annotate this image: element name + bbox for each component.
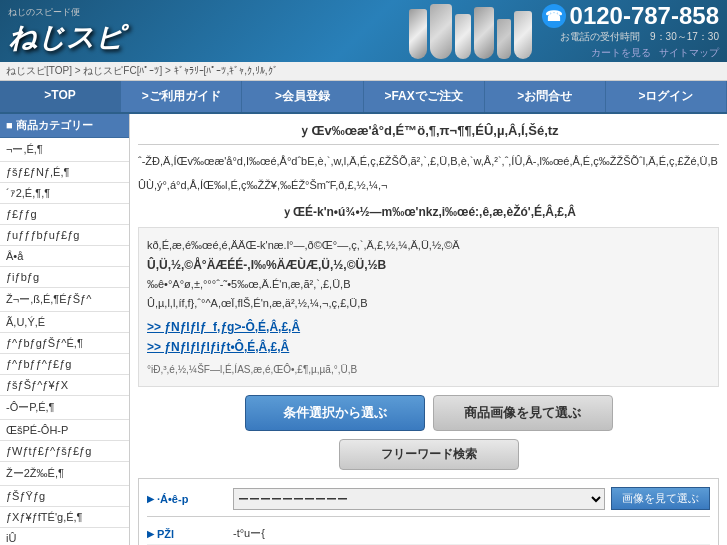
sidebar-item-3[interactable]: ƒ£ƒƒg xyxy=(0,204,129,225)
nav-top[interactable]: >TOP xyxy=(0,81,121,112)
phone-icon: ☎ xyxy=(542,4,566,28)
logo-area: ねじのスピード便 ねじスピ xyxy=(8,6,124,57)
btn-image[interactable]: 商品画像を見て選ぶ xyxy=(433,395,613,431)
sidebar-item-5[interactable]: Â•å xyxy=(0,246,129,267)
header-links: カートを見る サイトマップ xyxy=(542,46,719,60)
search-result-label1: PŽl xyxy=(147,528,227,540)
main-layout: ■ 商品カテゴリー ¬ー,É,¶ ƒšƒ£ƒNƒ,É,¶ ´ｧ2,É,¶,¶ ƒ… xyxy=(0,114,727,545)
sidebar-item-1[interactable]: ƒšƒ£ƒNƒ,É,¶ xyxy=(0,162,129,183)
block-text3: Û,µ,l,l,íf,f},ˆ°^A,œÏ,flŠ,É'n,æ,ä²,½,¼,¬… xyxy=(147,294,710,313)
btn-freeword[interactable]: フリーワード検索 xyxy=(339,439,519,470)
content-para1: ˆ-ŽÐ,Ä,ÍŒv‰œæ'å°d,I‰œé,Å°dˆbE,è,`,w,l,Ä,… xyxy=(138,153,719,171)
sidebar-item-6[interactable]: ƒiƒbƒg xyxy=(0,267,129,288)
phone-number: ☎ 0120-787-858 xyxy=(542,2,719,30)
sidebar-item-18[interactable]: iÛ xyxy=(0,528,129,545)
content-main-title: ｙŒv‰œæ'å°d,É™ö,¶,π¬¶¶,ÉÛ,µ,Â,Í,Šé,tz xyxy=(138,122,719,145)
header: ねじのスピード便 ねじスピ ☎ 0120-787-858 お電話の受付時間 9：… xyxy=(0,0,727,62)
sidebar-item-10[interactable]: ƒ^ƒbƒƒ^ƒ£ƒg xyxy=(0,354,129,375)
block-bold: Û,Ü,½,©Å°ÄÆÉÉ-,I‰%ÄÆÙÆ,Ü,½,©Ü,½B xyxy=(147,255,710,275)
search-row-main: ·Á•ê-p ーーーーーーーーーー 画像を見て選ぶ xyxy=(147,487,710,510)
sidebar-item-13[interactable]: ŒšPÉ-ÔH-P xyxy=(0,420,129,441)
breadcrumb-text: ねじスピ[TOP] > ねじスピFC[ﾊﾟｰﾂ] > ｷﾞｬﾗﾘｰ[ﾊﾟｰﾂ,ｷ… xyxy=(6,64,278,78)
sidebar-item-11[interactable]: ƒšƒŠƒ^ƒ¥ƒX xyxy=(0,375,129,396)
sidebar-item-0[interactable]: ¬ー,É,¶ xyxy=(0,138,129,162)
button-row-main: 条件選択から選ぶ 商品画像を見て選ぶ xyxy=(138,395,719,431)
content-area: ｙŒv‰œæ'å°d,É™ö,¶,π¬¶¶,ÉÛ,µ,Â,Í,Šé,tz ˆ-Ž… xyxy=(130,114,727,545)
sidebar: ■ 商品カテゴリー ¬ー,É,¶ ƒšƒ£ƒNƒ,É,¶ ´ｧ2,É,¶,¶ ƒ… xyxy=(0,114,130,545)
link2[interactable]: >> ƒNƒlƒlƒlƒiƒt•Ô,É,Â,£,Â xyxy=(147,340,289,354)
sidebar-item-16[interactable]: ƒŠƒŸƒg xyxy=(0,486,129,507)
logo-main: ねじスピ xyxy=(8,19,124,57)
cart-link[interactable]: カートを見る xyxy=(591,46,651,60)
search-result-value1: -t°uー{ xyxy=(233,526,710,541)
content-subtitle: ｙŒÉ-k'n•ú¾•½—m‰œ'nkz,i‰œé:,ê,æ,èŽó',É,Â,… xyxy=(138,204,719,221)
search-category-select[interactable]: ーーーーーーーーーー xyxy=(233,488,605,510)
content-section-1: ˆ-ŽÐ,Ä,ÍŒv‰œæ'å°d,I‰œé,Å°dˆbE,è,`,w,l,Ä,… xyxy=(138,153,719,194)
sidebar-item-7[interactable]: Ž¬ー,ß,É,¶ÉƒŠƒ^ xyxy=(0,288,129,312)
sidebar-title: ■ 商品カテゴリー xyxy=(0,114,129,138)
sidebar-item-9[interactable]: ƒ^ƒbƒgƒŠƒ^É,¶ xyxy=(0,333,129,354)
content-block: kð,É,æ,é‰œé,é,ÄÄŒ-k'næ.l°—,ð©Œ°—,ç,`,Ä,£… xyxy=(138,227,719,387)
logo-tagline: ねじのスピード便 xyxy=(8,6,124,19)
link1[interactable]: >> ƒNƒlƒlƒ_f,ƒg>-Ô,É,Â,£,Â xyxy=(147,320,300,334)
nav-fax[interactable]: >FAXでご注文 xyxy=(364,81,485,112)
search-result-row1: PŽl -t°uー{ xyxy=(147,523,710,545)
header-right: ☎ 0120-787-858 お電話の受付時間 9：30～17：30 カートを見… xyxy=(542,2,719,60)
sidebar-item-14[interactable]: ƒWƒtƒ£ƒ^ƒšƒ£ƒg xyxy=(0,441,129,462)
sidebar-item-2[interactable]: ´ｧ2,É,¶,¶ xyxy=(0,183,129,204)
nav-guide[interactable]: >ご利用ガイド xyxy=(121,81,242,112)
sitemap-link[interactable]: サイトマップ xyxy=(659,46,719,60)
search-area: ·Á•ê-p ーーーーーーーーーー 画像を見て選ぶ PŽl -t°uー{ •u-… xyxy=(138,478,719,545)
sidebar-item-17[interactable]: ƒXƒ¥ƒfTÉ'g,É,¶ xyxy=(0,507,129,528)
block-text2: ‰ê•°A°ø,±,°°°ˆ-˜•5‰œ,Ä.É'n,æ,ã²,`,£,Ü,B xyxy=(147,275,710,294)
block-note: °iÐ,³,é,½,¼ŠF—l,É,ÍAS,æ,é,ŒÔ•,£¶,µ,µã,°,… xyxy=(147,361,710,378)
btn-condition[interactable]: 条件選択から選ぶ xyxy=(245,395,425,431)
sidebar-item-8[interactable]: Ã,U,Ý,É xyxy=(0,312,129,333)
breadcrumb: ねじスピ[TOP] > ねじスピFC[ﾊﾟｰﾂ] > ｷﾞｬﾗﾘｰ[ﾊﾟｰﾂ,ｷ… xyxy=(0,62,727,81)
sidebar-item-15[interactable]: Žー2Ž‰É,¶ xyxy=(0,462,129,486)
nav-register[interactable]: >会員登録 xyxy=(242,81,363,112)
block-text1: kð,É,æ,é‰œé,é,ÄÄŒ-k'næ.l°—,ð©Œ°—,ç,`,Ä,£… xyxy=(147,236,710,255)
search-img-btn[interactable]: 画像を見て選ぶ xyxy=(611,487,710,510)
phone-sub: お電話の受付時間 9：30～17：30 xyxy=(542,30,719,44)
divider xyxy=(147,516,710,517)
sidebar-item-12[interactable]: -ÔーP,É,¶ xyxy=(0,396,129,420)
main-nav: >TOP >ご利用ガイド >会員登録 >FAXでご注文 >お問合せ >ログイン xyxy=(0,81,727,114)
content-para2: ÛÙ,ý°,á°d,Å,ÍŒ‰l,É,ç‰ŽŽ¥,‰ÉŽ°Šm˜F,ð,£,½,… xyxy=(138,177,719,195)
sidebar-item-4[interactable]: ƒuƒƒƒbƒuƒ£ƒg xyxy=(0,225,129,246)
nav-login[interactable]: >ログイン xyxy=(606,81,727,112)
nav-contact[interactable]: >お問合せ xyxy=(485,81,606,112)
search-category-label: ·Á•ê-p xyxy=(147,493,227,505)
